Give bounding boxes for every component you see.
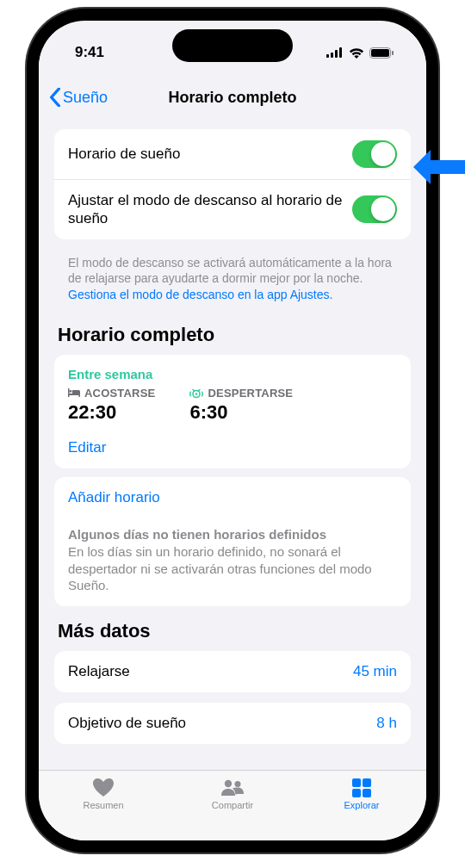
schedule-card[interactable]: Entre semana ACOSTARSE 22:30 DESPERTARSE [54, 355, 411, 468]
nav-bar: Sueño Horario completo [39, 76, 426, 119]
bed-label: ACOSTARSE [84, 387, 155, 400]
add-schedule-card: Añadir horario Algunos días no tienen ho… [54, 477, 411, 606]
callout-arrow-icon [412, 148, 465, 186]
sleep-schedule-toggle[interactable] [352, 140, 397, 168]
chevron-left-icon [49, 88, 61, 107]
schedule-period: Entre semana [54, 355, 411, 387]
svg-rect-11 [352, 778, 361, 787]
full-schedule-header: Horario completo [54, 319, 411, 355]
svg-rect-14 [363, 789, 371, 797]
wake-time: 6:30 [189, 401, 293, 424]
toggles-card: Horario de sueño Ajustar el modo de desc… [54, 129, 411, 239]
edit-schedule-link[interactable]: Editar [54, 431, 411, 468]
content-scroll[interactable]: Horario de sueño Ajustar el modo de desc… [39, 119, 426, 770]
schedule-times: ACOSTARSE 22:30 DESPERTARSE 6:30 [54, 387, 411, 431]
svg-rect-0 [326, 54, 329, 58]
heart-icon [91, 778, 115, 798]
svg-rect-3 [339, 47, 342, 58]
sleep-schedule-row: Horario de sueño [54, 129, 411, 179]
svg-rect-2 [335, 50, 338, 58]
bed-time: 22:30 [68, 401, 155, 424]
back-label: Sueño [63, 89, 108, 107]
tab-bar: Resumen Compartir Explorar [39, 770, 426, 840]
footnote-text: El modo de descanso se activará automáti… [68, 256, 392, 286]
winddown-detail-value: 45 min [353, 663, 397, 680]
tab-share-label: Compartir [212, 800, 253, 810]
tab-browse-label: Explorar [344, 800, 380, 810]
svg-point-9 [225, 780, 232, 787]
winddown-detail-row[interactable]: Relajarse 45 min [54, 651, 411, 692]
dynamic-island [172, 29, 293, 62]
add-note-title: Algunos días no tienen horarios definido… [54, 518, 411, 543]
bed-icon [68, 388, 80, 398]
wifi-icon [349, 47, 364, 59]
status-time: 9:41 [75, 44, 104, 61]
winddown-label: Ajustar el modo de descanso al horario d… [68, 191, 352, 228]
svg-point-8 [195, 393, 198, 395]
svg-point-10 [235, 781, 241, 787]
svg-rect-13 [352, 789, 361, 797]
winddown-row: Ajustar el modo de descanso al horario d… [54, 179, 411, 239]
grid-icon [350, 778, 374, 798]
sleep-goal-label: Objetivo de sueño [68, 715, 186, 732]
svg-rect-6 [392, 51, 394, 55]
tab-share[interactable]: Compartir [189, 778, 276, 810]
add-schedule-link[interactable]: Añadir horario [54, 477, 411, 518]
tab-summary[interactable]: Resumen [60, 778, 146, 810]
svg-rect-12 [363, 778, 371, 787]
more-data-header: Más datos [54, 615, 411, 651]
alarm-icon [189, 388, 203, 399]
winddown-detail-label: Relajarse [68, 663, 130, 680]
battery-icon [369, 47, 394, 59]
winddown-footnote: El modo de descanso se activará automáti… [54, 248, 411, 319]
add-note-body: En los días sin un horario definido, no … [54, 543, 411, 606]
svg-rect-1 [331, 53, 333, 58]
sleep-goal-row[interactable]: Objetivo de sueño 8 h [54, 703, 411, 744]
signal-icon [326, 47, 344, 58]
people-icon [220, 778, 245, 798]
sleep-schedule-label: Horario de sueño [68, 145, 352, 163]
tab-summary-label: Resumen [83, 800, 123, 810]
manage-winddown-link[interactable]: Gestiona el modo de descanso en la app A… [68, 288, 332, 301]
winddown-toggle[interactable] [352, 195, 397, 223]
sleep-goal-value: 8 h [376, 715, 397, 732]
back-button[interactable]: Sueño [49, 88, 108, 107]
page-title: Horario completo [168, 89, 296, 107]
tab-browse[interactable]: Explorar [319, 778, 405, 810]
svg-rect-5 [371, 49, 389, 57]
wake-label: DESPERTARSE [208, 387, 293, 400]
